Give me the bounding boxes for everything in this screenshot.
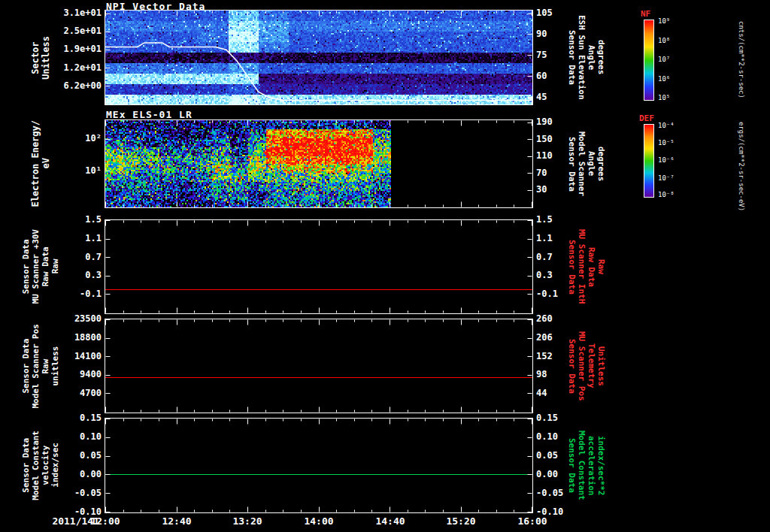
y-tick-label: -0.05	[2, 488, 102, 497]
velocity-right-axis-title-text: Sensor Data Model Constant acceleration …	[567, 431, 606, 500]
nf-colorbar-unit: cnts/(cm**2-sr-sec)	[735, 6, 747, 113]
nf-colorbar-title: NF	[641, 9, 650, 19]
els-spectrogram-canvas	[105, 120, 532, 207]
mu30v-right-axis-title-text: Sensor Data MU Scanner IntH Raw Data Raw	[567, 229, 606, 304]
y-tick-label: 0.10	[2, 432, 102, 441]
def-colorbar-unit: ergs/(cm**2-sr-sec-eV)	[735, 111, 747, 222]
nf-colorbar-ticks: 10⁹10⁸10⁷10⁶10⁵	[658, 20, 691, 101]
colorbar-tick-label: 10⁵	[658, 95, 670, 101]
velocity-line-canvas	[105, 419, 532, 512]
def-colorbar-ticks: 10⁻⁴10⁻⁵10⁻⁶10⁻⁷10⁻⁸	[658, 124, 691, 198]
x-tick-label: 16:00	[517, 515, 547, 527]
x-tick-label: 12:00	[90, 515, 120, 527]
npi-right-axis-title: Sensor Data ESH Sun Elevation Angle degr…	[558, 10, 615, 105]
velocity-plot-area	[105, 418, 533, 513]
y-tick-label: 1.1	[2, 234, 102, 243]
mu30v-right-axis-title: Sensor Data MU Scanner IntH Raw Data Raw	[558, 219, 615, 314]
y-tick-label: 1.2e+01	[2, 63, 102, 72]
def-colorbar	[644, 124, 654, 198]
colorbar-tick-label: 10⁻⁴	[658, 122, 675, 129]
y-tick-label: 23500	[2, 314, 102, 323]
scanpos-line-canvas	[105, 319, 532, 413]
npi-spectrogram-canvas	[105, 11, 532, 104]
x-tick-label: 14:00	[304, 515, 333, 527]
y-tick-label: 2.5e+01	[2, 26, 102, 35]
y-tick-label: 14100	[2, 352, 102, 361]
y-tick-label: 3.1e+01	[2, 8, 102, 17]
y-tick-label: 1.9e+01	[2, 44, 102, 53]
velocity-right-axis-title: Sensor Data Model Constant acceleration …	[558, 418, 615, 513]
els-right-axis-title-text: Sensor Data Model Scanner Angle degrees	[567, 131, 606, 196]
x-tick-label: 15:20	[446, 515, 475, 527]
def-colorbar-title: DEF	[639, 113, 654, 123]
y-tick-label: 0.05	[2, 451, 102, 460]
npi-plot-area	[105, 10, 533, 105]
x-axis-date-label: 2011/141	[20, 515, 99, 527]
nf-colorbar-unit-text: cnts/(cm**2-sr-sec)	[738, 21, 745, 98]
y-tick-label: 9400	[2, 370, 102, 379]
y-tick-label: 0.7	[2, 252, 102, 261]
y-tick-label: 10²	[2, 134, 102, 143]
scanpos-left-axis-ticks: 23500188001410094004700	[2, 319, 102, 413]
y-tick-label: 10¹	[2, 166, 102, 175]
colorbar-tick-label: 10⁻⁵	[658, 140, 675, 147]
mu30v-line-canvas	[105, 220, 532, 313]
y-tick-label: 4700	[2, 388, 102, 397]
time-axis: 2011/141 12:0012:4013:2014:0014:4015:201…	[0, 515, 770, 529]
y-tick-label: 0.15	[2, 413, 102, 422]
npi-right-axis-title-text: Sensor Data ESH Sun Elevation Angle degr…	[567, 15, 606, 100]
x-tick-label: 14:40	[375, 515, 405, 527]
velocity-left-axis-ticks: 0.150.100.050.00-0.05-0.10	[2, 418, 102, 513]
y-tick-label: 0.00	[2, 470, 102, 479]
mu30v-left-axis-ticks: 1.51.10.70.3-0.1	[2, 219, 102, 314]
panel-title-els: MEx ELS-01 LR	[106, 109, 192, 120]
scanpos-plot-area	[105, 319, 533, 413]
y-tick-label: -0.1	[2, 289, 102, 298]
colorbar-tick-label: 10⁹	[658, 18, 670, 25]
els-right-axis-title: Sensor Data Model Scanner Angle degrees	[558, 119, 615, 208]
npi-left-axis-ticks: 3.1e+012.5e+011.9e+011.2e+016.2e+00	[2, 10, 102, 105]
x-tick-label: 13:20	[232, 515, 262, 527]
els-plot-area	[105, 119, 533, 208]
colorbar-tick-label: 10⁶	[658, 76, 670, 83]
nf-colorbar	[644, 20, 654, 101]
scanpos-right-axis-title-text: Sensor Data MU Scanner Pos Telemetry Uni…	[567, 331, 606, 401]
colorbar-tick-label: 10⁻⁷	[658, 175, 675, 182]
x-tick-label: 12:40	[162, 515, 191, 527]
colorbar-tick-label: 10⁷	[658, 56, 670, 63]
y-tick-label: 6.2e+00	[2, 81, 102, 90]
y-tick-label: 0.3	[2, 271, 102, 280]
cdaweb-plot-page: NPI Vector Data MEx ELS-01 LR Sector Uni…	[0, 0, 770, 532]
y-tick-label: 18800	[2, 333, 102, 342]
colorbar-tick-label: 10⁻⁶	[658, 157, 675, 164]
colorbar-tick-label: 10⁻⁸	[658, 192, 675, 198]
y-tick-label: 1.5	[2, 215, 102, 224]
colorbar-tick-label: 10⁸	[658, 38, 670, 44]
def-colorbar-unit-text: ergs/(cm**2-sr-sec-eV)	[738, 122, 745, 211]
scanpos-right-axis-title: Sensor Data MU Scanner Pos Telemetry Uni…	[558, 319, 615, 413]
els-left-axis-ticks: 10²10¹	[2, 119, 102, 208]
mu30v-plot-area	[105, 219, 533, 314]
